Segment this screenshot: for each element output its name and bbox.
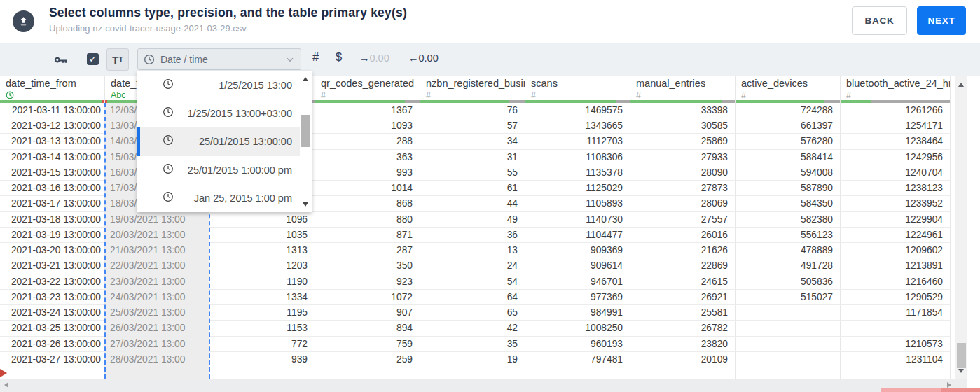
table-cell[interactable]: 946701 xyxy=(525,274,630,289)
column-header-active_devices[interactable]: active_devices# xyxy=(736,76,841,103)
table-cell[interactable]: 2021-03-24 13:00:00 xyxy=(0,305,105,320)
table-cell[interactable] xyxy=(736,305,841,320)
text-type-button[interactable]: TT xyxy=(106,48,129,71)
table-cell[interactable]: 2021-03-15 13:00:00 xyxy=(0,165,105,180)
table-cell[interactable]: 1008250 xyxy=(525,321,630,335)
table-cell[interactable]: 24615 xyxy=(630,274,736,289)
table-cell[interactable]: 661397 xyxy=(736,118,841,133)
table-cell[interactable]: 587890 xyxy=(736,181,841,195)
table-cell[interactable]: 1469575 xyxy=(525,103,630,118)
table-cell[interactable]: 923 xyxy=(315,274,420,289)
table-cell[interactable]: 42 xyxy=(420,321,525,335)
table-cell[interactable]: 939 xyxy=(209,352,315,367)
table-cell[interactable]: 515027 xyxy=(736,290,841,304)
back-button[interactable]: BACK xyxy=(852,6,907,35)
table-cell[interactable]: 868 xyxy=(315,196,420,211)
table-cell[interactable]: 2021-03-14 13:00:00 xyxy=(0,150,105,164)
table-cell[interactable] xyxy=(315,368,420,379)
table-cell[interactable]: 363 xyxy=(315,150,420,164)
table-cell[interactable]: 1343665 xyxy=(525,118,630,133)
table-cell[interactable] xyxy=(736,352,841,367)
table-cell[interactable]: 1093 xyxy=(315,118,420,133)
table-cell[interactable]: 288 xyxy=(315,134,420,148)
table-cell[interactable]: 993 xyxy=(315,165,420,180)
table-cell[interactable]: 36 xyxy=(420,227,525,242)
table-cell[interactable]: 24/03/2021 13:00 xyxy=(105,290,209,304)
primary-key-icon[interactable] xyxy=(52,51,70,68)
table-cell[interactable]: 505836 xyxy=(736,274,841,289)
table-cell[interactable]: 2021-03-18 13:00:00 xyxy=(0,212,105,227)
table-cell[interactable]: 909369 xyxy=(525,243,630,258)
table-cell[interactable]: 2021-03-20 13:00:00 xyxy=(0,243,105,258)
table-cell[interactable]: 478889 xyxy=(736,243,841,258)
horizontal-scrollbar-highlight[interactable] xyxy=(881,388,980,392)
table-cell[interactable]: 772 xyxy=(209,337,315,351)
table-cell[interactable]: 25/03/2021 13:00 xyxy=(105,305,209,320)
table-cell[interactable]: 54 xyxy=(420,274,525,289)
table-cell[interactable]: 350 xyxy=(315,258,420,273)
table-cell[interactable]: 287 xyxy=(315,243,420,258)
table-cell[interactable]: 588414 xyxy=(736,150,841,164)
table-cell[interactable]: 33398 xyxy=(630,103,736,118)
table-cell[interactable]: 582380 xyxy=(736,212,841,227)
table-cell[interactable]: 57 xyxy=(420,118,525,133)
table-cell[interactable]: 1209602 xyxy=(841,243,951,258)
table-cell[interactable]: 2021-03-17 13:00:00 xyxy=(0,196,105,211)
table-cell[interactable]: 1334 xyxy=(209,290,315,304)
table-cell[interactable]: 26782 xyxy=(630,321,736,335)
table-cell[interactable]: 2021-03-11 13:00:00 xyxy=(0,103,105,118)
table-cell[interactable]: 20/03/2021 13:00 xyxy=(105,227,209,242)
decrease-decimal-button[interactable]: ←0.00 xyxy=(408,52,439,64)
table-cell[interactable]: 19 xyxy=(420,352,525,367)
table-cell[interactable]: 21/03/2021 13:00 xyxy=(105,243,209,258)
table-cell[interactable]: 1242956 xyxy=(841,150,951,164)
table-cell[interactable]: 1229904 xyxy=(841,212,951,227)
scroll-left-arrow-icon[interactable] xyxy=(1,380,11,390)
table-cell[interactable] xyxy=(0,368,105,379)
table-cell[interactable]: 1135378 xyxy=(525,165,630,180)
horizontal-scrollbar[interactable] xyxy=(0,379,967,392)
table-cell[interactable] xyxy=(736,368,841,379)
column-header-manual_entries[interactable]: manual_entries# xyxy=(630,76,736,103)
table-cell[interactable]: 759 xyxy=(315,337,420,351)
table-cell[interactable]: 27/03/2021 13:00 xyxy=(105,337,209,351)
table-cell[interactable]: 1238123 xyxy=(841,181,951,195)
increase-decimal-button[interactable]: →0.00 xyxy=(359,52,389,64)
scroll-down-arrow-icon[interactable] xyxy=(956,366,966,376)
table-cell[interactable] xyxy=(105,368,209,379)
table-cell[interactable]: 556123 xyxy=(736,227,841,242)
table-cell[interactable]: 64 xyxy=(420,290,525,304)
table-cell[interactable]: 880 xyxy=(315,212,420,227)
datetime-format-option[interactable]: Jan 25, 2015 1:00 pm xyxy=(137,184,312,212)
table-cell[interactable]: 1210573 xyxy=(841,337,951,351)
table-cell[interactable]: 1216460 xyxy=(841,274,951,289)
table-cell[interactable]: 22/03/2021 13:00 xyxy=(105,258,209,273)
table-cell[interactable] xyxy=(420,368,525,379)
table-cell[interactable]: 871 xyxy=(315,227,420,242)
table-cell[interactable]: 1140730 xyxy=(525,212,630,227)
scroll-up-arrow-icon[interactable] xyxy=(301,74,310,84)
table-cell[interactable]: 960193 xyxy=(525,337,630,351)
next-button[interactable]: NEXT xyxy=(917,6,966,35)
scroll-down-arrow-icon[interactable] xyxy=(301,200,310,209)
column-header-nzbn_registered_busine[interactable]: nzbn_registered_busine# xyxy=(420,76,525,103)
column-header-bluetooth_active_24_hr_[interactable]: bluetooth_active_24_hr_# xyxy=(841,76,951,103)
table-cell[interactable]: 2021-03-26 13:00:00 xyxy=(0,337,105,351)
table-cell[interactable]: 2021-03-13 13:00:00 xyxy=(0,134,105,148)
table-cell[interactable]: 909614 xyxy=(525,258,630,273)
table-cell[interactable]: 1190 xyxy=(209,274,315,289)
table-cell[interactable]: 27557 xyxy=(630,212,736,227)
table-cell[interactable]: 13 xyxy=(420,243,525,258)
table-cell[interactable]: 22869 xyxy=(630,258,736,273)
table-cell[interactable]: 49 xyxy=(420,212,525,227)
table-cell[interactable]: 27933 xyxy=(630,150,736,164)
column-header-scans[interactable]: scans# xyxy=(525,76,630,103)
table-cell[interactable]: 23820 xyxy=(630,337,736,351)
table-cell[interactable]: 1112703 xyxy=(525,134,630,148)
table-cell[interactable]: 1108306 xyxy=(525,150,630,164)
table-cell[interactable]: 724288 xyxy=(736,103,841,118)
table-cell[interactable]: 977369 xyxy=(525,290,630,304)
table-cell[interactable] xyxy=(736,337,841,351)
table-cell[interactable]: 55 xyxy=(420,165,525,180)
scroll-up-arrow-icon[interactable] xyxy=(956,80,966,90)
